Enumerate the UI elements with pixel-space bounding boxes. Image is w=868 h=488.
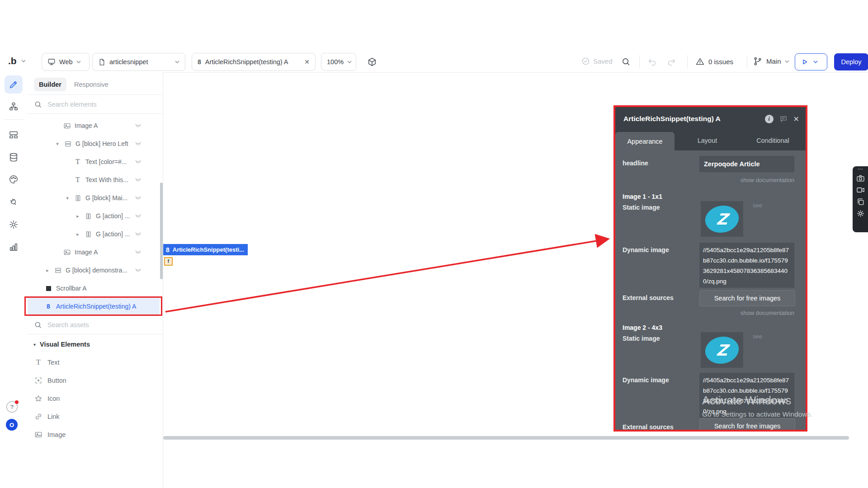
tree-row-text-color[interactable]: T Text [color=#... <box>28 153 163 171</box>
page-dropdown[interactable]: articlesnippet <box>92 53 185 71</box>
component-icon: 8 <box>44 303 52 310</box>
issues-indicator[interactable]: 0 issues <box>695 57 733 66</box>
tree-row-scrollbar[interactable]: Scrollbar A <box>28 279 163 297</box>
close-icon[interactable]: ✕ <box>793 115 799 123</box>
hide-eye-icon[interactable] <box>135 159 142 164</box>
rail-workflow-tab[interactable] <box>5 98 23 116</box>
tree-row-hero-left[interactable]: ▾ G [block] Hero Left <box>28 135 163 153</box>
tree-row-demonstra[interactable]: ▸ G [block] demonstra... <box>28 261 163 279</box>
platform-dropdown[interactable]: Web <box>42 53 90 71</box>
deploy-button[interactable]: Deploy <box>834 53 868 70</box>
rail-styles-tab[interactable] <box>5 170 23 188</box>
info-icon[interactable]: i <box>765 115 774 123</box>
hide-eye-icon[interactable] <box>135 195 142 200</box>
more-dots-icon[interactable]: ⋯ <box>858 167 863 171</box>
search-free-images-button[interactable]: Search for free images <box>699 290 795 306</box>
redo-icon[interactable] <box>666 57 676 67</box>
video-camera-icon[interactable] <box>856 186 865 194</box>
hide-eye-icon[interactable] <box>135 177 142 182</box>
screen-capture-toolbar: ⋯ <box>853 166 868 232</box>
show-documentation-link[interactable]: show documentation <box>699 177 794 183</box>
chevron-down-icon <box>76 61 81 63</box>
rail-plugins-tab[interactable] <box>5 193 23 211</box>
dynamic-image-label: Dynamic image <box>623 246 669 253</box>
dynamic-image-input[interactable]: //5405a2bcc1e29a21205b8fe87b87cc30.cdn.b… <box>699 243 794 288</box>
gear-icon[interactable] <box>856 209 865 218</box>
hide-eye-icon[interactable] <box>135 213 142 218</box>
canvas-selected-element-label[interactable]: 8 ArticleRichSnippet(testi... <box>163 244 248 255</box>
caret-right-icon[interactable]: ▸ <box>75 213 81 219</box>
rail-data-tab[interactable] <box>5 148 23 166</box>
preview-cube-icon[interactable] <box>367 57 377 67</box>
palette-item-button[interactable]: Button <box>28 371 163 389</box>
rail-logs-tab[interactable] <box>5 238 23 256</box>
tree-row-image-a2[interactable]: Image A <box>28 243 163 261</box>
hide-eye-icon[interactable] <box>135 122 142 128</box>
search-free-images-button[interactable]: Search for free images <box>699 418 795 430</box>
visual-elements-header[interactable]: ▾ Visual Elements <box>28 335 163 353</box>
tab-builder[interactable]: Builder <box>34 78 66 91</box>
palette-item-icon[interactable]: Icon <box>28 389 163 408</box>
hide-eye-icon[interactable] <box>135 267 142 272</box>
chevron-down-icon <box>785 60 789 63</box>
tab-appearance[interactable]: Appearance <box>615 132 675 150</box>
activate-windows-watermark-line2: Go to Settings to activate Windows. <box>702 410 813 418</box>
undo-icon[interactable] <box>647 57 657 67</box>
canvas-horizontal-scrollbar[interactable] <box>163 436 849 440</box>
caret-right-icon[interactable]: ▸ <box>44 267 51 273</box>
help-button[interactable]: ? <box>6 401 18 413</box>
rail-settings-tab[interactable] <box>5 216 23 234</box>
property-editor-header[interactable]: ArticleRichSnippet(testing) A i ✕ <box>615 107 806 131</box>
property-editor-body: headline Zerpoqode Article show document… <box>615 150 806 430</box>
headline-input[interactable]: Zerpoqode Article <box>699 156 794 172</box>
elements-panel-scrollbar[interactable] <box>160 183 163 279</box>
pencil-icon <box>9 80 19 89</box>
external-sources-label: External sources <box>623 423 674 430</box>
button-icon <box>34 376 42 385</box>
static-image-preview[interactable]: Z <box>701 201 743 237</box>
hide-eye-icon[interactable] <box>135 249 142 254</box>
chat-bubble-button[interactable]: O <box>6 419 18 431</box>
palette-item-link[interactable]: Link <box>28 408 163 426</box>
search-elements-input[interactable] <box>47 100 139 108</box>
tree-row-image-a[interactable]: Image A <box>28 117 163 135</box>
close-tab-icon[interactable]: ✕ <box>304 58 310 66</box>
link-icon <box>34 413 42 421</box>
caret-right-icon[interactable]: ▸ <box>75 231 81 237</box>
palette-item-image[interactable]: Image <box>28 426 163 444</box>
headline-label: headline <box>623 160 648 167</box>
static-image-preview[interactable]: Z <box>701 332 743 368</box>
tab-responsive[interactable]: Responsive <box>69 78 113 91</box>
see-link[interactable]: see <box>753 333 762 340</box>
hide-eye-icon[interactable] <box>135 141 142 146</box>
zoom-dropdown[interactable]: 100% <box>321 53 356 71</box>
tree-row-block-mai[interactable]: ▾ G [block] Mai... <box>28 189 163 207</box>
caret-down-icon[interactable]: ▾ <box>54 141 61 147</box>
comment-icon[interactable] <box>779 115 788 123</box>
caret-down-icon[interactable]: ▾ <box>64 195 71 201</box>
tab-conditional[interactable]: Conditional <box>740 131 806 150</box>
star-icon <box>34 394 42 403</box>
open-element-tab[interactable]: 8 ArticleRichSnippet(testing) A ✕ <box>192 53 316 71</box>
tree-row-articlerichsnippet[interactable]: 8 ArticleRichSnippet(testing) A <box>28 297 163 315</box>
preview-run-button[interactable] <box>795 53 827 70</box>
tree-row-text-with[interactable]: T Text With this... <box>28 171 163 189</box>
search-assets-input[interactable] <box>47 321 139 329</box>
search-icon[interactable] <box>621 57 631 66</box>
tree-row-action-2[interactable]: ▸ G [action] ... <box>28 225 163 243</box>
copy-windows-icon[interactable] <box>856 197 865 206</box>
property-editor-title: ArticleRichSnippet(testing) A <box>623 115 721 123</box>
hide-eye-icon[interactable] <box>135 231 142 236</box>
branch-dropdown[interactable]: Main <box>753 56 789 66</box>
see-link[interactable]: see <box>753 202 762 209</box>
rail-components-tab[interactable] <box>5 126 23 144</box>
tree-row-action-1[interactable]: ▸ G [action] ... <box>28 207 163 225</box>
app-logo-menu[interactable]: .b <box>8 56 26 66</box>
rail-design-tab[interactable] <box>5 75 23 94</box>
camera-icon[interactable] <box>856 174 865 183</box>
tab-layout[interactable]: Layout <box>675 131 740 150</box>
branch-icon <box>753 56 763 66</box>
chevron-down-icon <box>175 61 179 63</box>
show-documentation-link[interactable]: show documentation <box>699 310 794 316</box>
palette-item-text[interactable]: T Text <box>28 353 163 371</box>
